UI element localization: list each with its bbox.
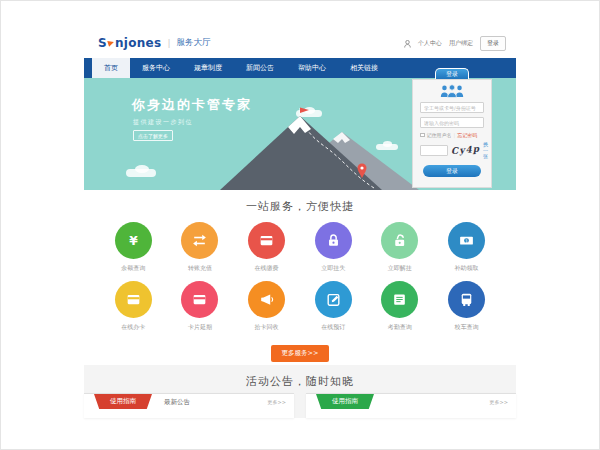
logo-text-right: njones — [115, 36, 162, 50]
username-input[interactable] — [420, 102, 484, 113]
captcha-refresh-link[interactable]: 换一张 — [483, 141, 488, 159]
login-submit-button[interactable]: 登录 — [423, 165, 481, 177]
service-label: 在线办卡 — [100, 323, 167, 332]
header-login-button[interactable]: 登录 — [480, 36, 506, 51]
logo[interactable]: S njones | 服务大厅 — [98, 36, 211, 50]
login-tab[interactable]: 登录 — [435, 68, 469, 79]
tab-usage-guide-right[interactable]: 使用指南 — [316, 394, 374, 409]
nav-item-4[interactable]: 帮助中心 — [286, 58, 338, 78]
login-panel: 记住用户名 | 忘记密码 Cy4p 换一张 登录 — [412, 79, 492, 188]
service-label: 立即挂失 — [300, 264, 367, 273]
personal-center-link[interactable]: 个人中心 — [418, 39, 442, 48]
lock-icon[interactable] — [315, 222, 352, 259]
announcements-title: 活动公告，随时知晓 — [84, 374, 516, 389]
service-item-10[interactable]: 考勤查询 — [367, 281, 434, 332]
service-item-5[interactable]: 1补助领取 — [433, 222, 500, 273]
logo-divider: | — [167, 38, 170, 48]
captcha-row: Cy4p 换一张 — [420, 141, 484, 159]
service-item-0[interactable]: ¥余额查询 — [100, 222, 167, 273]
hero-subtitle: 提供建设一步到位 — [133, 118, 193, 127]
guide-panel-left: 使用指南 最新公告 更多>> — [84, 393, 294, 418]
service-label: 补助领取 — [433, 264, 500, 273]
cloud-icon — [126, 169, 156, 177]
service-item-11[interactable]: 校车查询 — [433, 281, 500, 332]
captcha-image[interactable]: Cy4p — [451, 144, 481, 156]
password-input[interactable] — [420, 117, 484, 128]
logo-arrow-icon — [107, 39, 115, 47]
card-icon[interactable] — [115, 281, 152, 318]
yuan-icon[interactable]: ¥ — [115, 222, 152, 259]
services-section: 一站服务，方便快捷 ¥余额查询转账充值在线缴费立即挂失立即解挂1补助领取在线办卡… — [84, 190, 516, 365]
site-container: S njones | 服务大厅 个人中心 用户绑定 登录 首页服务中心规章制度新… — [84, 28, 516, 418]
service-label: 转账充值 — [167, 264, 234, 273]
service-item-3[interactable]: 立即挂失 — [300, 222, 367, 273]
announcement-panels: 使用指南 最新公告 更多>> 使用指南 更多>> — [84, 393, 516, 418]
announcements-section: 活动公告，随时知晓 使用指南 最新公告 更多>> 使用指南 更多>> — [84, 365, 516, 418]
service-item-8[interactable]: 拾卡回收 — [233, 281, 300, 332]
unlock-icon[interactable] — [381, 222, 418, 259]
captcha-input[interactable] — [420, 145, 448, 156]
nav-item-5[interactable]: 相关链接 — [338, 58, 390, 78]
service-label: 在线预订 — [300, 323, 367, 332]
service-label: 校车查询 — [433, 323, 500, 332]
services-title: 一站服务，方便快捷 — [84, 199, 516, 214]
user-icon — [404, 40, 411, 48]
transfer-icon[interactable] — [181, 222, 218, 259]
service-item-6[interactable]: 在线办卡 — [100, 281, 167, 332]
site-header: S njones | 服务大厅 个人中心 用户绑定 登录 — [84, 28, 516, 58]
guide-panel-right: 使用指南 更多>> — [306, 393, 516, 418]
divider: | — [454, 132, 456, 138]
service-label: 卡片延期 — [167, 323, 234, 332]
nav-item-0[interactable]: 首页 — [92, 58, 130, 78]
list-icon[interactable] — [381, 281, 418, 318]
forgot-password-link[interactable]: 忘记密码 — [457, 132, 477, 138]
services-grid: ¥余额查询转账充值在线缴费立即挂失立即解挂1补助领取在线办卡卡片延期拾卡回收在线… — [100, 222, 500, 340]
service-item-9[interactable]: 在线预订 — [300, 281, 367, 332]
svg-text:1: 1 — [465, 239, 468, 244]
service-item-4[interactable]: 立即解挂 — [367, 222, 434, 273]
nav-item-2[interactable]: 规章制度 — [182, 58, 234, 78]
user-binding-link[interactable]: 用户绑定 — [449, 39, 473, 48]
service-item-7[interactable]: 卡片延期 — [167, 281, 234, 332]
service-label: 拾卡回收 — [233, 323, 300, 332]
nav-item-3[interactable]: 新闻公告 — [234, 58, 286, 78]
edit-icon[interactable] — [315, 281, 352, 318]
svg-text:¥: ¥ — [129, 234, 138, 248]
card-icon[interactable] — [248, 222, 285, 259]
service-label: 立即解挂 — [367, 264, 434, 273]
hero-cta-button[interactable]: 点击了解更多 — [133, 130, 173, 141]
tab-usage-guide-left[interactable]: 使用指南 — [94, 394, 152, 409]
service-item-2[interactable]: 在线缴费 — [233, 222, 300, 273]
megaphone-icon[interactable] — [248, 281, 285, 318]
nav-item-1[interactable]: 服务中心 — [130, 58, 182, 78]
more-link-right[interactable]: 更多>> — [490, 399, 508, 405]
users-icon — [439, 84, 465, 98]
service-label: 考勤查询 — [367, 323, 434, 332]
service-label: 余额查询 — [100, 264, 167, 273]
logo-text-left: S — [98, 36, 107, 50]
logo-tagline: 服务大厅 — [177, 37, 211, 49]
remember-row: 记住用户名 | 忘记密码 — [420, 132, 484, 138]
service-item-1[interactable]: 转账充值 — [167, 222, 234, 273]
service-label: 在线缴费 — [233, 264, 300, 273]
money-icon[interactable]: 1 — [448, 222, 485, 259]
more-services-button[interactable]: 更多服务>> — [271, 345, 330, 362]
mountain-illustration — [212, 106, 444, 190]
remember-label[interactable]: 记住用户名 — [427, 132, 452, 138]
tab-latest-announcements[interactable]: 最新公告 — [164, 398, 190, 407]
header-right: 个人中心 用户绑定 登录 — [404, 36, 506, 51]
bus-icon[interactable] — [448, 281, 485, 318]
more-link-left[interactable]: 更多>> — [268, 399, 286, 405]
remember-checkbox[interactable] — [420, 133, 425, 138]
card-icon[interactable] — [181, 281, 218, 318]
